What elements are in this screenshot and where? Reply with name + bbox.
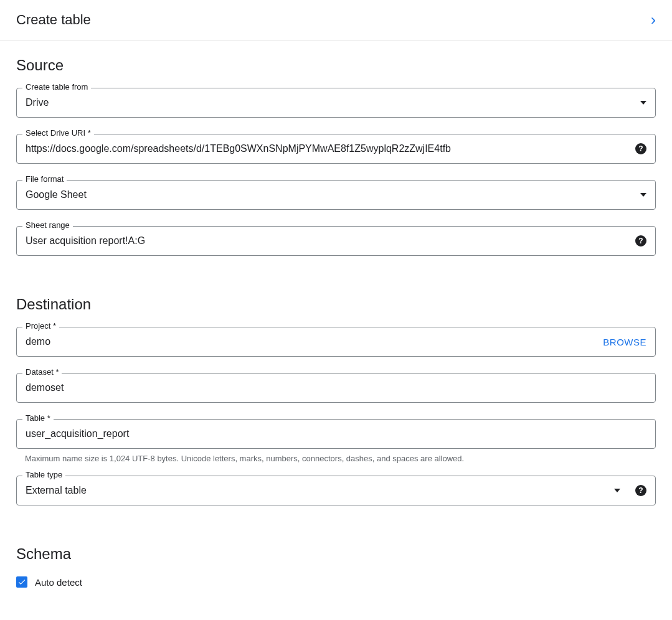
sheet-range-box: ? [16, 226, 656, 256]
schema-heading: Schema [16, 545, 656, 563]
help-icon[interactable]: ? [635, 235, 646, 247]
dialog-header: Create table › [0, 0, 672, 40]
file-format-field: File format Google Sheet [16, 180, 656, 210]
help-icon[interactable]: ? [635, 485, 646, 496]
file-format-label: File format [22, 174, 67, 184]
chevron-down-icon [640, 193, 646, 197]
chevron-down-icon [614, 489, 620, 492]
check-icon [17, 578, 26, 586]
sheet-range-label: Sheet range [22, 220, 73, 230]
sheet-range-input[interactable] [26, 235, 630, 247]
dataset-box [16, 373, 656, 403]
dataset-label: Dataset * [22, 367, 62, 377]
sheet-range-field: Sheet range ? [16, 226, 656, 256]
auto-detect-row: Auto detect [16, 576, 656, 588]
dataset-field: Dataset * [16, 373, 656, 403]
drive-uri-input[interactable] [26, 143, 630, 154]
drive-uri-field: Select Drive URI * ? [16, 134, 656, 164]
create-table-from-select[interactable]: Drive [16, 88, 656, 118]
auto-detect-checkbox[interactable] [16, 576, 27, 588]
table-type-value: External table [26, 485, 609, 496]
file-format-value: Google Sheet [26, 189, 635, 200]
table-type-label: Table type [22, 470, 65, 479]
table-field: Table * [16, 419, 656, 449]
project-box: BROWSE [16, 327, 656, 357]
create-table-from-field: Create table from Drive [16, 88, 656, 118]
drive-uri-label: Select Drive URI * [22, 128, 94, 138]
destination-heading: Destination [16, 296, 656, 313]
browse-button[interactable]: BROWSE [603, 337, 646, 347]
drive-uri-box: ? [16, 134, 656, 164]
header-action-icon[interactable]: › [651, 11, 656, 29]
project-label: Project * [22, 321, 59, 331]
table-helper-text: Maximum name size is 1,024 UTF-8 bytes. … [25, 454, 656, 463]
source-heading: Source [16, 57, 656, 74]
table-box [16, 419, 656, 449]
table-label: Table * [22, 413, 54, 423]
create-table-from-label: Create table from [22, 82, 91, 92]
table-input[interactable] [26, 428, 646, 439]
table-type-select[interactable]: External table ? [16, 476, 656, 505]
file-format-select[interactable]: Google Sheet [16, 180, 656, 210]
project-input[interactable] [26, 336, 595, 347]
table-type-field: Table type External table ? [16, 476, 656, 505]
dialog-title: Create table [16, 12, 91, 28]
dialog-content: Source Create table from Drive Select Dr… [0, 40, 672, 600]
chevron-down-icon [640, 101, 646, 105]
create-table-from-value: Drive [26, 97, 635, 108]
dataset-input[interactable] [26, 382, 646, 393]
project-field: Project * BROWSE [16, 327, 656, 357]
help-icon[interactable]: ? [635, 143, 646, 154]
auto-detect-label: Auto detect [35, 577, 82, 588]
